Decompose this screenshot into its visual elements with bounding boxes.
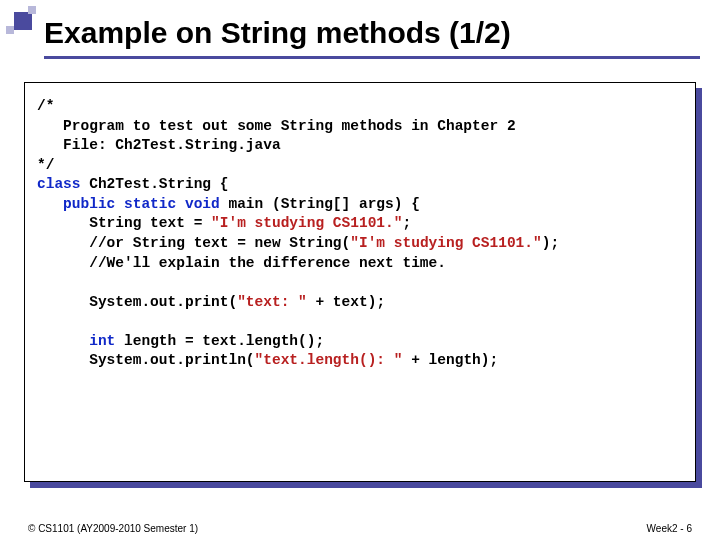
corner-decoration <box>4 6 40 34</box>
code-text: String text = <box>37 215 211 231</box>
code-text: + length); <box>402 352 498 368</box>
footer-left: © CS1101 (AY2009-2010 Semester 1) <box>28 523 198 534</box>
code-string: "I'm studying CS1101." <box>211 215 402 231</box>
code-line: Program to test out some String methods … <box>37 118 516 134</box>
code-string: "text: " <box>237 294 307 310</box>
code-keyword: int <box>37 333 115 349</box>
code-text: ); <box>542 235 559 251</box>
code-string: "text.length(): " <box>255 352 403 368</box>
code-text: length = text.length(); <box>115 333 324 349</box>
square-small <box>6 26 14 34</box>
code-block: /* Program to test out some String metho… <box>37 97 683 371</box>
code-text: ; <box>402 215 411 231</box>
code-line: File: Ch2Test.String.java <box>37 137 281 153</box>
code-text: + text); <box>307 294 385 310</box>
code-keyword: class <box>37 176 81 192</box>
square-small <box>28 6 36 14</box>
slide-title: Example on String methods (1/2) <box>44 16 700 59</box>
square-large <box>14 12 32 30</box>
slide-footer: © CS1101 (AY2009-2010 Semester 1) Week2 … <box>28 523 692 534</box>
code-line: */ <box>37 157 54 173</box>
code-string: "I'm studying CS1101." <box>350 235 541 251</box>
code-container: /* Program to test out some String metho… <box>24 82 696 482</box>
code-box: /* Program to test out some String metho… <box>24 82 696 482</box>
code-text: System.out.println( <box>37 352 255 368</box>
code-text: main (String[] args) { <box>220 196 420 212</box>
code-text: System.out.print( <box>37 294 237 310</box>
code-line: /* <box>37 98 54 114</box>
code-text: Ch2Test.String { <box>81 176 229 192</box>
code-line: //We'll explain the difference next time… <box>37 255 446 271</box>
code-text: //or String text = new String( <box>37 235 350 251</box>
code-keyword: public static void <box>37 196 220 212</box>
footer-right: Week2 - 6 <box>647 523 692 534</box>
